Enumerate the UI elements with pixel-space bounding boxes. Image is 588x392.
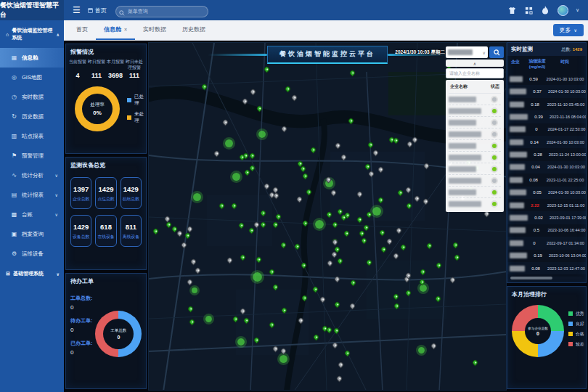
workorder-donut-chart: 工单总数 0	[95, 311, 142, 357]
realtime-row-4[interactable]: 0 2024-01-17 22:53:00	[507, 123, 586, 136]
alarm-stat-1: 昨日报警111	[87, 60, 106, 79]
sidebar-group-2[interactable]: ⊞基础管理系统∨	[0, 264, 64, 284]
enterprise-name-redacted	[510, 139, 523, 145]
enterprise-row-0[interactable]	[449, 94, 501, 105]
realtime-table-body[interactable]: 0.59 2024-01-30 10:03:00 0.37 2024-01-30…	[507, 73, 586, 275]
tab-2[interactable]: 实时数据	[135, 20, 174, 40]
sidebar-item-4[interactable]: ▥ 站点报表	[0, 126, 64, 146]
enterprise-search-input[interactable]	[446, 68, 504, 78]
gis-map[interactable]: 餐饮油烟智能监控云平台 2024/1/30 10:03 星期二 ∨ ∧ 企业名称	[148, 42, 507, 391]
more-button[interactable]: 更多∨	[553, 24, 584, 36]
collapse-button[interactable]: ∧	[446, 60, 504, 67]
workorder-stat-2: 已办工单:0	[70, 340, 92, 356]
enterprise-row-7[interactable]	[449, 175, 501, 187]
enterprise-row-1[interactable]	[449, 105, 501, 117]
home-chip[interactable]: 首页	[88, 7, 107, 15]
enterprise-name-redacted	[510, 240, 523, 246]
realtime-row-1[interactable]: 0.37 2024-01-30 10:03:00	[507, 85, 586, 97]
alarm-stat-3: 昨日未处理报警111	[125, 60, 144, 79]
realtime-total: 总数: 1429	[561, 46, 582, 53]
chevron-up-icon: ∧	[473, 61, 476, 66]
marker-cluster-icon[interactable]	[258, 131, 266, 138]
sidebar-item-3[interactable]: ↻ 历史数据	[0, 107, 64, 126]
grid-icon	[88, 8, 93, 13]
status-dot	[492, 202, 497, 206]
enterprise-row-5[interactable]	[449, 152, 501, 163]
enterprise-name-redacted	[510, 203, 524, 208]
realtime-row-5[interactable]: 0.14 2024-01-30 10:03:00	[507, 136, 586, 148]
realtime-row-2[interactable]: 0.18 2023-11-10 03:45:00	[507, 98, 586, 110]
alarm-panel-title: 报警情况	[66, 44, 146, 58]
chevron-down-icon: ∨	[483, 50, 486, 55]
rating-panel: 本月治理排行 参与企业总数 0 优秀良好合格较差	[507, 286, 587, 389]
alert-icon: ⚑	[11, 152, 17, 159]
sidebar-item-6[interactable]: ∿ 统计分析 ∨	[0, 166, 64, 185]
realtime-row-10[interactable]: 2.22 2023-12-15 01:11:00	[507, 199, 586, 211]
status-dot	[492, 109, 497, 113]
map-search-button[interactable]	[489, 46, 504, 58]
sidebar-item-2[interactable]: ◷ 实时数据	[0, 87, 64, 107]
horizontal-scrollbar[interactable]	[510, 277, 583, 279]
realtime-row-3[interactable]: 0.39 2023-11-16 08:04:00	[507, 110, 586, 123]
flame-icon[interactable]	[541, 6, 550, 15]
enterprise-row-6[interactable]	[449, 163, 501, 175]
enterprise-row-9[interactable]	[449, 198, 501, 210]
chevron-down-icon: ∨	[55, 212, 58, 217]
status-dot	[492, 155, 497, 160]
sidebar-item-10[interactable]: ⚙ 运维设备	[0, 244, 64, 264]
realtime-row-14[interactable]: 0.19 2023-10-06 13:04:00	[507, 250, 586, 262]
enterprise-row-4[interactable]	[449, 140, 501, 152]
chevron-up-icon: ∧	[56, 32, 60, 37]
realtime-row-9[interactable]: 0.05 2024-01-30 10:03:00	[507, 187, 586, 199]
sidebar-item-1[interactable]: ◎ GIS地图	[0, 68, 64, 87]
marker-cluster-icon[interactable]	[232, 173, 240, 181]
sidebar-item-9[interactable]: ▣ 档案查询	[0, 224, 64, 244]
rating-donut-chart: 参与企业总数 0	[512, 305, 564, 357]
enterprise-name-redacted	[449, 108, 481, 114]
legend-item: 优秀	[568, 311, 584, 317]
realtime-row-12[interactable]: 0.5 2023-10-06 16:44:00	[507, 224, 586, 237]
realtime-row-8[interactable]: 0.08 2023-11-01 22:25:00	[507, 173, 586, 186]
sidebar-item-5[interactable]: ⚑ 预警管理	[0, 146, 64, 166]
status-dot	[492, 144, 497, 148]
sidebar-item-7[interactable]: ▤ 统计报表 ∨	[0, 185, 64, 205]
sidebar-item-0[interactable]: ▦ 信息舱	[0, 48, 64, 68]
layout-icon[interactable]	[524, 6, 534, 15]
marker-cluster-icon[interactable]	[279, 355, 287, 363]
enterprise-row-2[interactable]	[449, 117, 501, 128]
tab-1[interactable]: 信息舱 ×	[96, 20, 135, 40]
realtime-row-13[interactable]: 0 2022-09-17 01:34:00	[507, 237, 586, 249]
tab-3[interactable]: 历史数据	[174, 20, 213, 40]
realtime-row-7[interactable]: 0.04 2024-01-30 10:03:00	[507, 161, 586, 173]
enterprise-row-8[interactable]	[449, 187, 501, 198]
legend-item: 较差	[568, 341, 584, 348]
marker-cluster-icon[interactable]	[372, 207, 381, 216]
chevron-down-icon[interactable]: ∨	[576, 7, 579, 13]
realtime-row-15[interactable]: 0.08 2023-12-03 12:47:00	[507, 262, 586, 274]
sidebar-item-8[interactable]: ▩ 台账 ∨	[0, 205, 64, 224]
map-banner-title: 餐饮油烟智能监控云平台	[267, 46, 388, 64]
realtime-row-11[interactable]: 0.02 2023-09-01 17:39:00	[507, 211, 586, 224]
alarm-legend: 已处理未处理	[127, 94, 146, 124]
theme-icon[interactable]	[507, 6, 517, 15]
realtime-row-0[interactable]: 0.59 2024-01-30 10:03:00	[507, 73, 586, 85]
search-input[interactable]	[115, 6, 208, 17]
enterprise-select[interactable]: ∨	[446, 46, 488, 58]
enterprise-name-redacted	[510, 89, 526, 94]
user-avatar[interactable]	[558, 5, 568, 16]
realtime-row-6[interactable]: 0.28 2023-11-24 13:00:00	[507, 148, 586, 160]
hamburger-menu-icon[interactable]: ☰	[73, 5, 81, 15]
marker-cluster-icon[interactable]	[193, 193, 201, 201]
ledger-icon: ▩	[11, 211, 17, 218]
chevron-down-icon: ∨	[55, 173, 58, 178]
sidebar-group-1[interactable]: ⌂餐饮油烟监控管理系统∧	[0, 20, 64, 48]
enterprise-name-redacted	[449, 143, 476, 149]
stat-report-icon: ▤	[11, 192, 17, 198]
marker-cluster-icon[interactable]	[237, 338, 245, 346]
enterprise-name-redacted	[510, 227, 526, 233]
close-icon[interactable]: ×	[124, 27, 127, 32]
realtime-panel: 实时监测 总数: 1429 企业 油烟浓度 (mg/m3) 时间 0.59 20…	[507, 42, 587, 283]
map-icon: ◎	[11, 74, 17, 81]
tab-0[interactable]: 首页	[68, 20, 96, 40]
enterprise-row-3[interactable]	[449, 128, 501, 140]
